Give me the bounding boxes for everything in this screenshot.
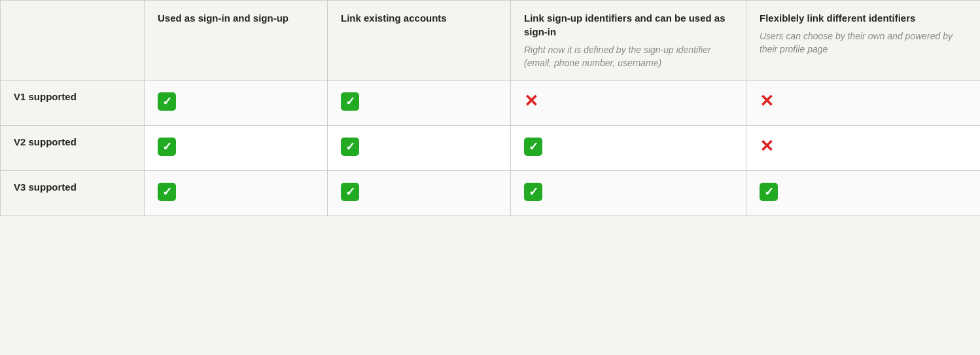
header-col3-subtitle: Right now it is defined by the sign-up i… (524, 44, 733, 69)
comparison-table-wrapper: Used as sign-in and sign-up Link existin… (0, 0, 980, 355)
header-col4-subtitle: Users can choose by their own and powere… (760, 30, 967, 56)
check-icon (524, 183, 542, 201)
header-label-cell (1, 1, 145, 81)
check-icon (341, 138, 359, 156)
header-col4: Flexiblely link different identifiers Us… (746, 1, 981, 81)
check-icon (524, 138, 542, 156)
row-1-col4: ✕ (746, 126, 981, 171)
header-col1-text: Used as sign-in and sign-up (158, 12, 289, 24)
check-icon (341, 183, 359, 201)
row-1-col2 (328, 126, 511, 171)
table-row: V2 supported✕ (1, 126, 981, 171)
cross-icon: ✕ (760, 138, 774, 155)
row-1-col1 (145, 126, 328, 171)
row-1-col3 (511, 126, 746, 171)
row-0-col3: ✕ (511, 81, 746, 126)
row-2-col4 (746, 171, 981, 216)
cross-icon: ✕ (760, 92, 774, 109)
header-col2: Link existing accounts (328, 1, 511, 81)
header-col1: Used as sign-in and sign-up (145, 1, 328, 81)
check-icon (158, 92, 176, 111)
table-row: V1 supported✕✕ (1, 81, 981, 126)
row-2-col2 (328, 171, 511, 216)
row-1-label: V2 supported (1, 126, 145, 171)
check-icon (760, 183, 778, 201)
row-0-col1 (145, 81, 328, 126)
check-icon (158, 138, 176, 156)
check-icon (158, 183, 176, 201)
cross-icon: ✕ (524, 92, 538, 109)
header-row: Used as sign-in and sign-up Link existin… (1, 1, 981, 81)
header-col3-text: Link sign-up identifiers and can be used… (524, 12, 726, 37)
row-2-col3 (511, 171, 746, 216)
table-body: V1 supported✕✕V2 supported✕V3 supported (1, 81, 981, 216)
row-0-col4: ✕ (746, 81, 981, 126)
row-0-label: V1 supported (1, 81, 145, 126)
row-2-col1 (145, 171, 328, 216)
comparison-table: Used as sign-in and sign-up Link existin… (0, 0, 980, 216)
header-col3: Link sign-up identifiers and can be used… (511, 1, 746, 81)
check-icon (341, 92, 359, 111)
header-col2-text: Link existing accounts (341, 12, 447, 24)
row-2-label: V3 supported (1, 171, 145, 216)
header-col4-text: Flexiblely link different identifiers (760, 12, 915, 24)
table-row: V3 supported (1, 171, 981, 216)
row-0-col2 (328, 81, 511, 126)
